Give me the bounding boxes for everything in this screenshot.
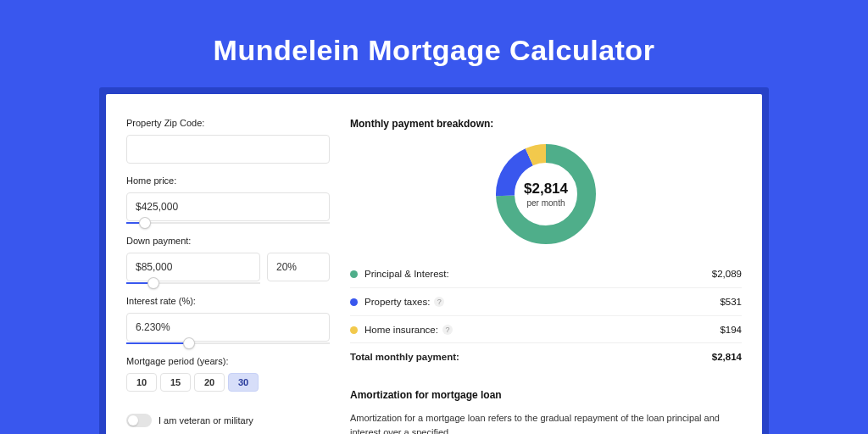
price-slider[interactable] [126,222,330,224]
toggle-knob [128,415,138,426]
breakdown-row: Property taxes:?$531 [350,288,742,316]
price-row: Home price: [126,175,330,224]
price-input[interactable] [126,192,330,221]
rate-label: Interest rate (%): [126,296,330,306]
rate-row: Interest rate (%): [126,296,330,344]
legend-dot [350,270,358,278]
breakdown-row: Home insurance:?$194 [350,316,742,343]
page-title: Mundelein Mortgage Calculator [0,34,868,67]
down-slider-thumb[interactable] [148,278,159,288]
legend-dot [350,298,358,306]
amortization-body: Amortization for a mortgage loan refers … [350,411,742,434]
breakdown-total-row: Total monthly payment: $2,814 [350,342,742,370]
period-buttons: 10152030 [126,373,330,392]
breakdown-label: Home insurance: [364,325,438,335]
price-slider-thumb[interactable] [140,218,150,228]
rate-slider-thumb[interactable] [184,338,194,348]
veteran-label: I am veteran or military [159,415,253,426]
breakdown-amount: $531 [720,297,742,307]
down-amount-input[interactable] [126,253,260,281]
total-amount: $2,814 [712,352,742,362]
period-label: Mortgage period (years): [126,356,330,366]
zip-input[interactable] [126,135,330,164]
panel-frame: Property Zip Code: Home price: Down paym… [99,87,769,434]
donut-chart: $2,814 per month [493,142,598,247]
breakdown-column: Monthly payment breakdown: $2,814 per mo… [350,118,742,434]
down-slider[interactable] [126,282,260,284]
donut-center-value: $2,814 [524,181,568,198]
amortization-heading: Amortization for mortgage loan [350,389,742,401]
period-button-30[interactable]: 30 [228,373,259,392]
veteran-row: I am veteran or military [126,414,330,427]
down-label: Down payment: [126,236,330,246]
inputs-column: Property Zip Code: Home price: Down paym… [126,118,330,434]
calculator-panel: Property Zip Code: Home price: Down paym… [106,94,762,434]
period-button-15[interactable]: 15 [160,373,191,392]
down-percent-input[interactable] [267,253,330,281]
breakdown-list: Principal & Interest:$2,089Property taxe… [350,260,742,343]
amortization-section: Amortization for mortgage loan Amortizat… [350,389,742,434]
donut-center-sub: per month [526,198,565,208]
help-icon[interactable]: ? [442,325,453,335]
legend-dot [350,326,358,334]
period-row: Mortgage period (years): 10152030 [126,356,330,392]
help-icon[interactable]: ? [434,297,444,307]
zip-row: Property Zip Code: [126,118,330,164]
zip-label: Property Zip Code: [126,118,330,128]
down-row: Down payment: [126,236,330,284]
breakdown-amount: $2,089 [712,269,742,279]
total-label: Total monthly payment: [350,352,459,362]
breakdown-label: Principal & Interest: [364,269,449,279]
period-button-10[interactable]: 10 [126,373,157,392]
veteran-toggle[interactable] [126,414,152,427]
breakdown-amount: $194 [720,325,742,335]
donut-wrap: $2,814 per month [350,142,742,247]
period-button-20[interactable]: 20 [194,373,225,392]
rate-input[interactable] [126,313,330,342]
rate-slider[interactable] [126,342,330,344]
breakdown-heading: Monthly payment breakdown: [350,118,742,130]
breakdown-label: Property taxes: [364,297,430,307]
price-label: Home price: [126,175,330,186]
breakdown-row: Principal & Interest:$2,089 [350,260,742,288]
